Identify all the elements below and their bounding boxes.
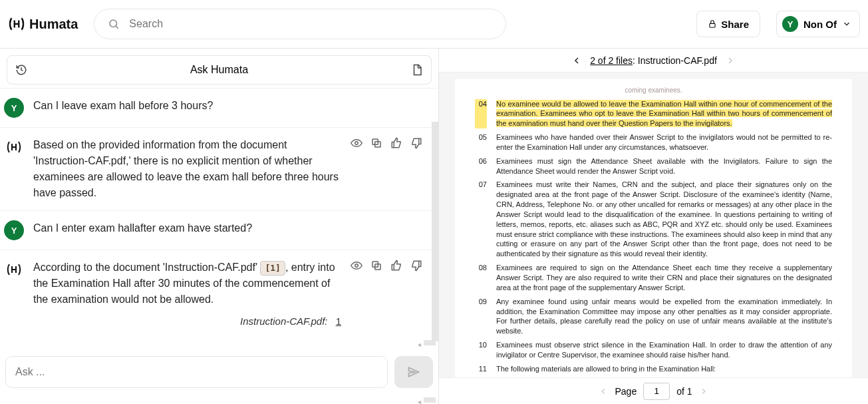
prev-file-button[interactable] [571, 55, 582, 66]
search-input[interactable] [129, 18, 492, 30]
share-label: Share [721, 19, 749, 30]
rule-number: 10 [475, 340, 487, 360]
brand-name: Humata [29, 17, 78, 32]
svg-point-2 [355, 142, 359, 145]
rule-row: 11The following materials are allowed to… [475, 364, 832, 374]
rule-number: 07 [475, 180, 487, 259]
rule-text: No examinee would be allowed to leave th… [496, 99, 832, 129]
avatar: Y [4, 220, 24, 240]
page-of-label: of 1 [676, 386, 692, 397]
copy-icon[interactable] [370, 260, 382, 329]
prev-page-button[interactable] [599, 387, 608, 396]
rule-number: 04 [475, 99, 487, 129]
rule-row: 05Examinees who have handed over their A… [475, 132, 832, 152]
rule-text: Any examinee found using unfair means wo… [496, 297, 832, 336]
chat-header-title: Ask Humata [190, 64, 248, 76]
source-page-link[interactable]: 1 [336, 315, 341, 327]
chat-input[interactable] [5, 356, 388, 388]
source-reference: Instruction-CAF.pdf: 1 [33, 307, 341, 329]
rule-number: 09 [475, 297, 487, 336]
svg-rect-1 [710, 23, 715, 27]
file-name: : Instruction-CAF.pdf [633, 55, 717, 66]
document-header: 2 of 2 files: Instruction-CAF.pdf [439, 49, 868, 73]
message-text: Based on the provided information from t… [33, 137, 341, 201]
brand-logo[interactable]: Humata [8, 15, 78, 33]
thumbs-up-icon[interactable] [390, 260, 402, 329]
thumbs-down-icon[interactable] [410, 260, 422, 329]
document-panel: 2 of 2 files: Instruction-CAF.pdf coming… [439, 49, 868, 404]
svg-point-5 [355, 264, 359, 268]
rule-text: Examinees must observe strict silence in… [496, 340, 832, 360]
file-info: 2 of 2 files: Instruction-CAF.pdf [590, 55, 717, 66]
prev-page-remnant: coming examinees. [475, 86, 832, 95]
rule-text: Examinees are required to sign on the At… [496, 263, 832, 293]
rule-row: 09Any examinee found using unfair means … [475, 297, 832, 336]
send-icon [407, 365, 420, 379]
thumbs-down-icon[interactable] [410, 137, 422, 201]
message-tools [351, 260, 422, 329]
rule-text: Examinees must sign the Attendance Sheet… [496, 156, 832, 176]
top-bar: Humata Share Y Non Of [0, 0, 868, 49]
chat-message-user: Y Can I enter exam hallafter exam have s… [0, 211, 438, 250]
rule-number: 08 [475, 263, 487, 293]
avatar: Y [782, 16, 798, 32]
rule-row: 04No examinee would be allowed to leave … [475, 99, 832, 129]
rule-row: 08Examinees are required to sign on the … [475, 263, 832, 293]
document-footer: Page of 1 [439, 377, 868, 404]
micro-scroll[interactable] [0, 396, 438, 404]
next-file-button[interactable] [725, 55, 736, 66]
bot-avatar-icon [4, 137, 24, 157]
chat-message-user: Y Can I leave exam hall before 3 hours? [0, 89, 438, 128]
eye-icon[interactable] [351, 260, 362, 329]
chat-header: Ask Humata [7, 55, 432, 85]
humata-logo-icon [8, 15, 25, 33]
user-name: Non Of [803, 19, 837, 30]
rule-text: The following materials are allowed to b… [496, 364, 832, 374]
rule-number: 06 [475, 156, 487, 176]
rule-row: 10Examinees must observe strict silence … [475, 340, 832, 360]
chevron-down-icon [842, 19, 851, 29]
send-button[interactable] [394, 356, 433, 388]
scrollbar-thumb[interactable] [432, 122, 438, 341]
copy-icon[interactable] [370, 137, 382, 201]
rule-row: 07Examinees must write their Names, CRN … [475, 180, 832, 259]
chat-body[interactable]: Y Can I leave exam hall before 3 hours? … [0, 85, 438, 348]
bot-avatar-icon [4, 260, 24, 280]
next-page-button[interactable] [699, 387, 708, 396]
thumbs-up-icon[interactable] [390, 137, 402, 201]
avatar: Y [4, 98, 24, 118]
message-tools [351, 137, 422, 201]
document-page: coming examinees. 04No examinee would be… [455, 79, 852, 377]
share-button[interactable]: Share [696, 11, 760, 37]
search-input-wrapper[interactable] [94, 9, 506, 39]
document-body[interactable]: coming examinees. 04No examinee would be… [439, 73, 868, 377]
svg-point-0 [110, 20, 117, 27]
rule-row: 06Examinees must sign the Attendance She… [475, 156, 832, 176]
file-count: 2 of 2 files [590, 55, 633, 66]
lock-icon [708, 19, 717, 29]
message-text: Can I leave exam hall before 3 hours? [33, 98, 422, 118]
rule-number: 11 [475, 364, 487, 374]
document-icon[interactable] [411, 64, 423, 76]
source-label: Instruction-CAF.pdf: [240, 315, 327, 327]
page-number-input[interactable] [643, 383, 670, 400]
chat-message-bot: According to the document 'Instruction-C… [0, 250, 438, 339]
chat-input-row [0, 348, 438, 396]
message-pre: According to the document 'Instruction-C… [33, 262, 260, 273]
micro-scroll[interactable] [0, 339, 438, 347]
user-menu-button[interactable]: Y Non Of [776, 11, 860, 37]
chat-message-bot: Based on the provided information from t… [0, 128, 438, 211]
eye-icon[interactable] [351, 137, 362, 201]
history-icon[interactable] [15, 64, 27, 76]
search-icon [108, 18, 120, 30]
page-label: Page [615, 386, 637, 397]
rule-text: Examinees who have handed over their Ans… [496, 132, 832, 152]
reference-pill[interactable]: [1] [260, 261, 285, 276]
chat-panel: Ask Humata Y Can I leave exam hall befor… [0, 49, 439, 404]
message-text: Can I enter exam hallafter exam have sta… [33, 220, 422, 240]
rule-text: Examinees must write their Names, CRN an… [496, 180, 832, 259]
message-text: According to the document 'Instruction-C… [33, 260, 341, 329]
rule-number: 05 [475, 132, 487, 152]
